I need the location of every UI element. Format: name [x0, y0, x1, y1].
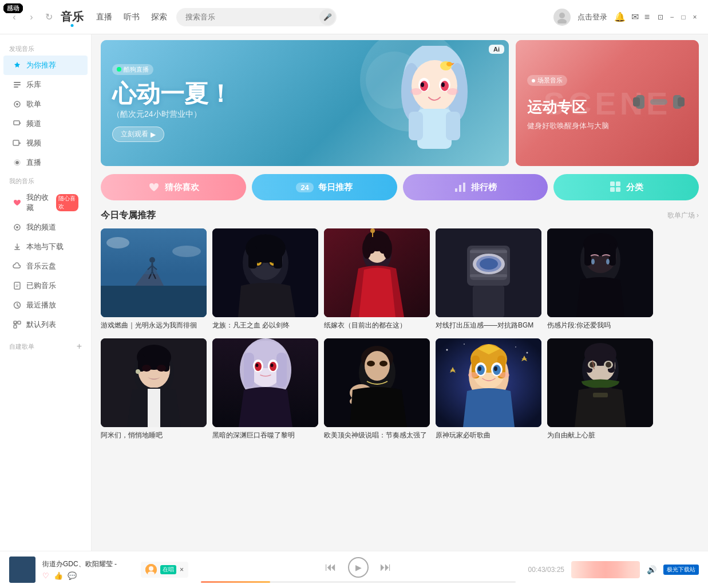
sidebar-item-recent[interactable]: 最近播放 — [3, 295, 88, 315]
sidebar-label-mychannel: 我的频道 — [26, 222, 56, 232]
playlist-card-7[interactable]: 睡前 ▶ 32.1万 黑暗的深渊巨口吞噬了黎明 — [212, 338, 318, 440]
progress-bar[interactable] — [201, 581, 516, 583]
sidebar-item-mychannel[interactable]: 我的频道 — [3, 218, 88, 237]
banner-tag: 酷狗直播 — [112, 64, 153, 75]
svg-rect-4 — [14, 86, 18, 88]
svg-point-134 — [464, 344, 465, 345]
playlist-card-5[interactable]: 网络 ▶ 5655.1万 伤感片段:你还爱我吗 — [547, 228, 653, 330]
guess-button[interactable]: 猜你喜欢 — [101, 174, 246, 200]
search-input[interactable] — [176, 8, 337, 26]
daily-label: 每日推荐 — [318, 182, 353, 193]
banner-watch-button[interactable]: 立刻观看 ▶ — [112, 127, 164, 142]
daily-button[interactable]: 24 每日推荐 — [252, 174, 397, 200]
svg-marker-10 — [19, 142, 21, 144]
section-more-button[interactable]: 歌单广场 › — [667, 211, 699, 220]
volume-icon[interactable]: 🔊 — [647, 565, 656, 574]
playlist-card-2[interactable]: 流行 ▶ 44.2万 龙族：凡王之血 必以剑终 — [212, 228, 318, 330]
banner-area: 酷狗直播 心动一夏！ （酷次元24小时营业中） 立刻观看 ▶ Ai — [101, 40, 699, 166]
mail-icon[interactable]: ✉ — [631, 11, 639, 22]
svg-point-123 — [271, 364, 274, 367]
comment-icon[interactable]: 💬 — [68, 571, 77, 580]
nav-live[interactable]: 直播 — [96, 12, 112, 22]
window-screen-icon[interactable]: ⊡ — [656, 13, 665, 21]
playlist-name-8: 欧美顶尖神级说唱：节奏感太强了 — [324, 431, 430, 440]
prev-button[interactable]: ⏮ — [325, 561, 337, 574]
mymusic-section-title: 我的音乐 — [0, 172, 91, 188]
nav-audiobook[interactable]: 听书 — [124, 12, 140, 22]
purchased-icon — [13, 281, 22, 290]
maximize-button[interactable]: □ — [679, 13, 687, 21]
sidebar-item-purchased[interactable]: 已购音乐 — [3, 276, 88, 295]
svg-rect-73 — [248, 246, 257, 269]
sidebar-item-channel[interactable]: 频道 — [3, 114, 88, 133]
svg-point-151 — [499, 372, 509, 378]
category-button[interactable]: 分类 — [553, 174, 699, 200]
nav-links: 直播 听书 探索 — [96, 12, 167, 22]
sidebar-item-songlist[interactable]: 歌单 — [3, 94, 88, 114]
thumb-up-icon[interactable]: 👍 — [54, 571, 63, 580]
sidebar-item-library[interactable]: 乐库 — [3, 75, 88, 94]
sidebar-item-live[interactable]: 直播 — [3, 153, 88, 172]
playlist-thumb-4 — [436, 228, 541, 317]
rank-icon — [454, 180, 466, 195]
nav-explore[interactable]: 探索 — [151, 12, 167, 22]
playlist-card-4[interactable]: 流行 ▶ 2119.2万 对线打出压迫感——对抗路BGM — [436, 228, 541, 330]
rank-button[interactable]: 排行榜 — [403, 174, 548, 200]
playlist-name-5: 伤感片段:你还爱我吗 — [547, 321, 653, 330]
guess-icon — [148, 180, 160, 195]
svg-point-14 — [16, 226, 18, 228]
voice-search-icon[interactable]: 🎤 — [319, 9, 335, 25]
player-info: 街道办GDC、欧阳耀莹 - ♡ 👍 💬 — [42, 559, 134, 580]
reload-button[interactable]: ↻ — [43, 12, 54, 22]
close-chat-icon[interactable]: × — [180, 566, 184, 574]
playlist-thumb-2 — [212, 228, 318, 317]
playlist-card-6[interactable]: 韩语 ▶ 60万 阿米们，悄悄地睡吧 — [101, 338, 207, 440]
svg-rect-3 — [14, 84, 21, 85]
svg-rect-49 — [610, 187, 615, 192]
sidebar-label-recommend: 为你推荐 — [26, 60, 56, 70]
playlist-card-9[interactable]: 日语 ▶ 158万 原神玩家必听歌曲 — [436, 338, 541, 440]
main-banner-content: 酷狗直播 心动一夏！ （酷次元24小时营业中） 立刻观看 ▶ — [101, 40, 509, 166]
volume-control: 🔊 — [647, 565, 656, 574]
bell-icon[interactable]: 🔔 — [614, 11, 626, 22]
playlist-thumb-8 — [324, 338, 430, 427]
search-bar: 🔍 🎤 — [176, 8, 337, 26]
like-icon[interactable]: ♡ — [42, 571, 49, 580]
back-button[interactable]: ‹ — [9, 12, 19, 22]
svg-rect-163 — [593, 393, 608, 397]
playlist-card-1[interactable]: 兴奋 ▶ 60.8万 游戏燃曲｜光明永远为我而徘徊 — [101, 228, 207, 330]
live-icon — [13, 158, 22, 167]
sidebar-item-cloud[interactable]: 音乐云盘 — [3, 256, 88, 276]
forward-button[interactable]: › — [26, 12, 37, 22]
svg-point-148 — [478, 366, 481, 371]
main-banner[interactable]: 酷狗直播 心动一夏！ （酷次元24小时营业中） 立刻观看 ▶ Ai — [101, 40, 509, 166]
side-banner[interactable]: SCENE — [516, 40, 699, 166]
menu-icon[interactable]: ≡ — [644, 12, 650, 22]
sidebar-item-default[interactable]: 默认列表 — [3, 315, 88, 334]
sidebar-item-favorites[interactable]: 我的收藏 随心喜欢 — [3, 188, 88, 218]
recommend-icon — [13, 61, 22, 70]
minimize-button[interactable]: − — [668, 13, 676, 21]
svg-point-150 — [468, 372, 478, 378]
create-playlist-button[interactable]: + — [77, 341, 82, 352]
svg-rect-117 — [276, 353, 287, 387]
svg-rect-2 — [14, 82, 21, 83]
main-layout: 发现音乐 为你推荐 乐库 歌单 频道 — [0, 34, 708, 551]
title-dot — [71, 24, 74, 27]
playlist-card-8[interactable]: 英语 ▶ 76.4万 欧美顶尖神级说唱：节奏感太强了 — [324, 338, 430, 440]
sidebar-item-recommend[interactable]: 为你推荐 — [3, 56, 88, 75]
play-pause-button[interactable]: ▶ — [348, 557, 369, 578]
svg-point-110 — [157, 365, 166, 372]
sidebar-label-purchased: 已购音乐 — [26, 281, 56, 291]
cloud-icon — [13, 262, 22, 271]
sidebar-label-live: 直播 — [26, 157, 41, 168]
sidebar-item-video[interactable]: 视频 — [3, 133, 88, 153]
sidebar-item-download[interactable]: 本地与下载 — [3, 237, 88, 256]
close-button[interactable]: × — [691, 13, 699, 21]
next-button[interactable]: ⏭ — [380, 561, 391, 574]
login-button[interactable]: 点击登录 — [578, 12, 607, 22]
playlist-card-3[interactable]: 国语 ▶ 66.7万 纸嫁衣（目前出的都在这） — [324, 228, 430, 330]
playlist-name-6: 阿米们，悄悄地睡吧 — [101, 431, 207, 440]
playlist-card-10[interactable]: 感动 ▶ 55.7万 为自由献上心脏 — [547, 338, 653, 440]
discover-section-title: 发现音乐 — [0, 40, 91, 56]
